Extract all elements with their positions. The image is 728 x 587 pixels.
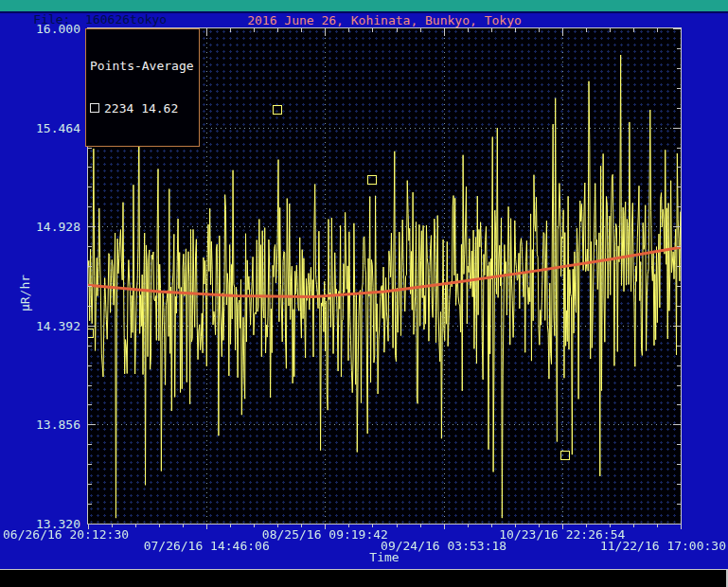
y-tick-label: 13.856 (0, 418, 80, 432)
x-tick-label: 06/26/16 20:12:30 (3, 528, 129, 541)
y-tick-label: 15.464 (0, 122, 80, 135)
application-window: File: 160626tokyo 2016 June 26, Kohinata… (0, 0, 728, 587)
status-bar[interactable]: Curve 1 (0, 569, 728, 587)
x-tick-label: 08/25/16 09:19:42 (262, 528, 388, 541)
y-tick-label: 14.392 (0, 320, 80, 333)
legend-entry-row: 2234 14.62 (90, 101, 194, 116)
legend[interactable]: Points-Average 2234 14.62 (85, 28, 200, 147)
y-tick-label: 14.928 (0, 221, 80, 234)
curve-square-marker-icon (90, 103, 99, 113)
chart-title: 2016 June 26, Kohinata, Bunkyo, Tokyo (88, 14, 681, 27)
x-axis-title: Time (88, 551, 681, 563)
y-tick-label: 16.000 (0, 23, 80, 36)
legend-title: Points-Average (90, 59, 194, 73)
y-axis-title: µR/hr (18, 264, 32, 323)
window-title-bar[interactable]: File: 160626tokyo (0, 0, 728, 13)
legend-entry-text: 2234 14.62 (104, 101, 178, 116)
